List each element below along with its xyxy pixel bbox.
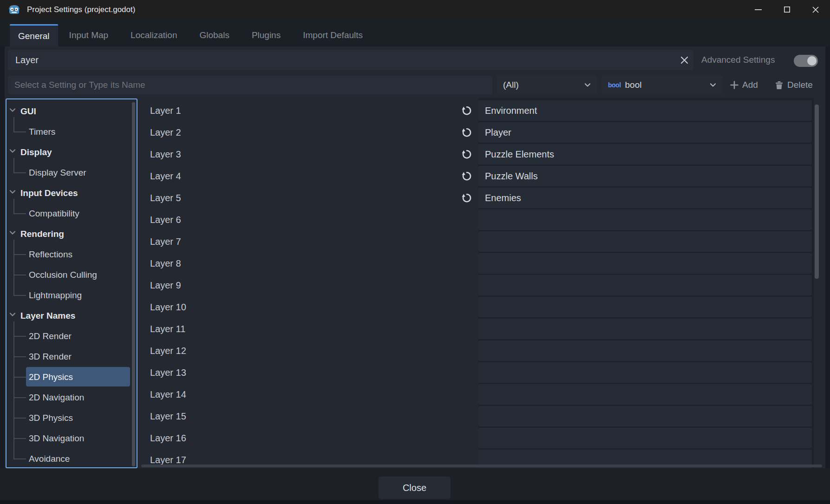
revert-button[interactable]	[461, 166, 473, 186]
sidebar-item-label: Display	[20, 147, 52, 157]
sidebar-item-3d-navigation[interactable]: 3D Navigation	[7, 428, 137, 449]
layer-row-label: Layer 4	[150, 166, 181, 186]
search-field	[8, 50, 693, 70]
chevron-down-icon[interactable]	[9, 312, 16, 317]
window-title: Project Settings (project.godot)	[27, 5, 135, 14]
layer-value-input[interactable]	[478, 389, 812, 400]
layer-row-label: Layer 10	[150, 297, 186, 317]
chevron-down-icon[interactable]	[9, 230, 16, 235]
revert-button[interactable]	[461, 122, 473, 143]
sidebar-item-layer-names[interactable]: Layer Names	[7, 306, 137, 326]
revert-button[interactable]	[461, 144, 473, 164]
layer-value-input[interactable]	[478, 258, 812, 269]
sidebar-item-timers[interactable]: Timers	[7, 122, 137, 142]
sidebar-item-lightmapping[interactable]: Lightmapping	[7, 285, 137, 306]
sidebar-item-3d-physics[interactable]: 3D Physics	[7, 408, 137, 428]
settings-tree-sidebar: GUITimersDisplayDisplay ServerInput Devi…	[6, 98, 137, 468]
sidebar-item-label: 2D Render	[29, 331, 72, 341]
layer-value-input[interactable]	[478, 105, 812, 116]
layer-value-input[interactable]	[478, 215, 812, 225]
type-select[interactable]: bool bool	[601, 76, 723, 94]
sidebar-item-3d-render[interactable]: 3D Render	[7, 347, 137, 367]
layer-value-input[interactable]	[478, 193, 812, 203]
sidebar-item-label: Avoidance	[29, 454, 70, 464]
layer-value-input[interactable]	[478, 346, 812, 356]
layer-row-label: Layer 7	[150, 231, 181, 252]
sidebar-item-label: Rendering	[20, 229, 64, 239]
window-controls	[744, 0, 830, 19]
chevron-down-icon[interactable]	[9, 190, 16, 194]
tab-localization[interactable]: Localization	[122, 24, 185, 46]
sidebar-item-2d-navigation[interactable]: 2D Navigation	[7, 387, 137, 408]
layer-value-input[interactable]	[478, 367, 812, 378]
layer-value-input[interactable]	[478, 280, 812, 291]
layer-value-field	[478, 384, 812, 405]
sidebar-item-display-server[interactable]: Display Server	[7, 163, 137, 183]
layer-value-input[interactable]	[478, 171, 812, 182]
tab-import-defaults[interactable]: Import Defaults	[294, 24, 371, 46]
sidebar-item-label: Display Server	[29, 168, 86, 178]
setting-name-input[interactable]	[8, 80, 492, 90]
layer-value-field	[478, 188, 812, 208]
layer-value-input[interactable]	[478, 302, 812, 313]
layer-value-input[interactable]	[478, 433, 812, 444]
category-selected-value: (All)	[503, 80, 584, 90]
settings-tree: GUITimersDisplayDisplay ServerInput Devi…	[7, 99, 137, 467]
tree-indent-guide	[13, 117, 14, 132]
tab-globals[interactable]: Globals	[191, 24, 237, 46]
window-bottom-edge	[0, 500, 830, 504]
sidebar-scrollbar-thumb[interactable]	[132, 102, 135, 466]
sidebar-item-label: Timers	[29, 127, 55, 137]
main-scrollbar-thumb[interactable]	[815, 105, 819, 279]
chevron-down-icon	[584, 83, 591, 87]
layer-row-label: Layer 9	[150, 275, 181, 295]
layer-row-label: Layer 6	[150, 209, 181, 230]
sidebar-item-display[interactable]: Display	[7, 142, 137, 163]
layer-value-field	[478, 144, 812, 164]
sidebar-item-input-devices[interactable]: Input Devices	[7, 183, 137, 203]
tab-plugins[interactable]: Plugins	[243, 24, 289, 46]
close-dialog-button[interactable]: Close	[379, 477, 451, 499]
advanced-settings-toggle[interactable]	[794, 55, 818, 67]
layer-value-input[interactable]	[478, 127, 812, 138]
layer-value-field	[478, 340, 812, 361]
add-button-label: Add	[742, 80, 758, 90]
sidebar-item-gui[interactable]: GUI	[7, 101, 137, 122]
add-button[interactable]: Add	[730, 76, 758, 94]
tab-input-map[interactable]: Input Map	[61, 24, 117, 46]
chevron-down-icon	[710, 83, 716, 87]
sidebar-item-compatibility[interactable]: Compatibility	[7, 203, 137, 224]
minimize-icon	[755, 9, 762, 10]
sidebar-item-label: 3D Physics	[29, 413, 73, 423]
layer-value-field	[478, 100, 812, 121]
sidebar-item-2d-render[interactable]: 2D Render	[7, 326, 137, 347]
sidebar-item-occlusion-culling[interactable]: Occlusion Culling	[7, 265, 137, 285]
maximize-button[interactable]	[772, 0, 801, 19]
sidebar-item-rendering[interactable]: Rendering	[7, 224, 137, 244]
layer-value-input[interactable]	[478, 411, 812, 422]
layer-value-input[interactable]	[478, 236, 812, 247]
revert-button[interactable]	[461, 188, 473, 208]
layer-row-label: Layer 3	[150, 144, 181, 164]
search-input[interactable]	[8, 55, 675, 65]
revert-icon	[461, 149, 472, 160]
chevron-down-icon[interactable]	[9, 108, 16, 112]
tab-general[interactable]: General	[10, 24, 58, 46]
category-select[interactable]: (All)	[497, 76, 597, 94]
layer-value-input[interactable]	[478, 455, 812, 465]
layer-row-label: Layer 5	[150, 188, 181, 208]
layer-value-input[interactable]	[478, 149, 812, 160]
revert-button[interactable]	[461, 100, 473, 121]
godot-logo-icon	[8, 4, 20, 15]
trash-icon	[775, 81, 784, 90]
sidebar-item-reflections[interactable]: Reflections	[7, 244, 137, 265]
sidebar-item-avoidance[interactable]: Avoidance	[7, 449, 137, 468]
layer-value-input[interactable]	[478, 324, 812, 334]
chevron-down-icon[interactable]	[9, 149, 16, 153]
delete-button[interactable]: Delete	[775, 76, 813, 94]
close-window-button[interactable]	[801, 0, 830, 19]
search-clear-button[interactable]	[675, 50, 693, 70]
layer-row-label: Layer 15	[150, 406, 186, 426]
minimize-button[interactable]	[744, 0, 772, 19]
main-hscrollbar-thumb[interactable]	[141, 465, 822, 467]
